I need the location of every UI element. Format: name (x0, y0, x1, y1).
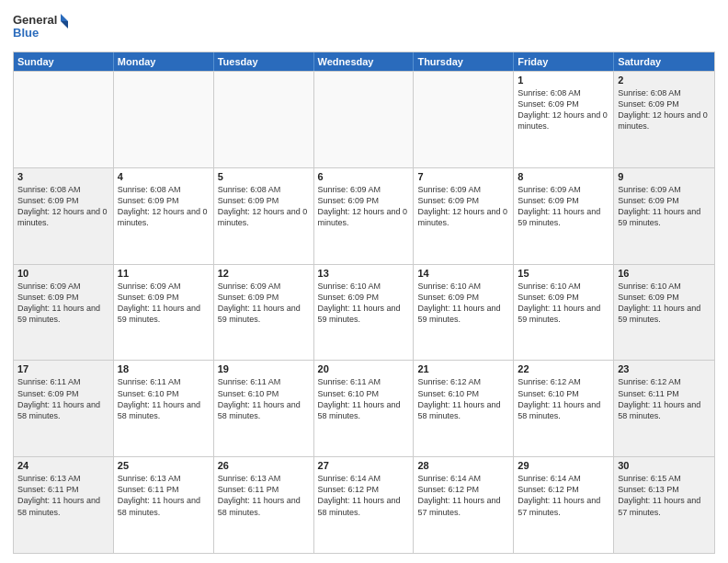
calendar-cell (214, 72, 314, 167)
calendar-header-day-monday: Monday (114, 52, 214, 71)
day-number: 20 (318, 363, 410, 374)
day-number: 16 (618, 268, 711, 279)
day-number: 15 (518, 268, 609, 279)
day-number: 2 (618, 75, 711, 86)
calendar-cell: 25Sunrise: 6:13 AMSunset: 6:11 PMDayligh… (114, 457, 214, 553)
day-number: 12 (218, 268, 310, 279)
svg-text:General: General (13, 13, 57, 27)
calendar-header-day-wednesday: Wednesday (314, 52, 415, 71)
day-number: 7 (417, 171, 509, 182)
cell-text: Daylight: 11 hours and 58 minutes. (318, 399, 410, 421)
day-number: 28 (417, 460, 509, 471)
cell-text: Daylight: 11 hours and 59 minutes. (17, 303, 109, 325)
cell-text: Sunset: 6:10 PM (417, 388, 509, 399)
calendar-cell: 14Sunrise: 6:10 AMSunset: 6:09 PMDayligh… (414, 265, 514, 361)
cell-text: Daylight: 11 hours and 57 minutes. (417, 495, 509, 517)
calendar-body: 1Sunrise: 6:08 AMSunset: 6:09 PMDaylight… (14, 71, 714, 553)
svg-marker-3 (61, 21, 68, 29)
cell-text: Sunset: 6:12 PM (518, 484, 609, 495)
calendar-cell (14, 72, 114, 167)
calendar-header-day-friday: Friday (514, 52, 614, 71)
day-number: 17 (17, 363, 109, 374)
cell-text: Daylight: 11 hours and 59 minutes. (318, 303, 410, 325)
cell-text: Sunset: 6:09 PM (417, 292, 509, 303)
cell-text: Sunset: 6:10 PM (318, 388, 410, 399)
cell-text: Sunrise: 6:14 AM (417, 473, 509, 484)
calendar-cell: 22Sunrise: 6:12 AMSunset: 6:10 PMDayligh… (514, 361, 614, 456)
cell-text: Sunset: 6:09 PM (218, 195, 310, 206)
cell-text: Sunrise: 6:10 AM (417, 281, 509, 292)
calendar-cell: 23Sunrise: 6:12 AMSunset: 6:11 PMDayligh… (614, 361, 714, 456)
cell-text: Sunset: 6:12 PM (417, 484, 509, 495)
calendar-cell: 3Sunrise: 6:08 AMSunset: 6:09 PMDaylight… (14, 168, 114, 264)
cell-text: Sunset: 6:09 PM (618, 98, 711, 109)
calendar-header-day-thursday: Thursday (414, 52, 514, 71)
calendar-cell: 27Sunrise: 6:14 AMSunset: 6:12 PMDayligh… (314, 457, 415, 553)
cell-text: Sunrise: 6:11 AM (218, 376, 310, 387)
calendar-cell (114, 72, 214, 167)
cell-text: Sunset: 6:11 PM (17, 484, 109, 495)
cell-text: Sunrise: 6:09 AM (618, 184, 711, 195)
cell-text: Daylight: 12 hours and 0 minutes. (218, 206, 310, 228)
day-number: 5 (218, 171, 310, 182)
day-number: 25 (118, 460, 210, 471)
calendar-cell: 2Sunrise: 6:08 AMSunset: 6:09 PMDaylight… (614, 72, 714, 167)
cell-text: Sunrise: 6:11 AM (318, 376, 410, 387)
calendar-cell: 10Sunrise: 6:09 AMSunset: 6:09 PMDayligh… (14, 265, 114, 361)
logo: General Blue (13, 9, 68, 44)
cell-text: Daylight: 12 hours and 0 minutes. (417, 206, 509, 228)
cell-text: Sunrise: 6:10 AM (618, 281, 711, 292)
day-number: 21 (417, 363, 509, 374)
calendar-cell: 13Sunrise: 6:10 AMSunset: 6:09 PMDayligh… (314, 265, 415, 361)
calendar-cell: 15Sunrise: 6:10 AMSunset: 6:09 PMDayligh… (514, 265, 614, 361)
calendar-row-3: 10Sunrise: 6:09 AMSunset: 6:09 PMDayligh… (14, 264, 714, 361)
cell-text: Sunrise: 6:15 AM (618, 473, 711, 484)
logo-svg: General Blue (13, 9, 68, 44)
cell-text: Sunrise: 6:10 AM (518, 281, 609, 292)
cell-text: Sunrise: 6:13 AM (17, 473, 109, 484)
calendar-cell: 7Sunrise: 6:09 AMSunset: 6:09 PMDaylight… (414, 168, 514, 264)
cell-text: Daylight: 11 hours and 59 minutes. (518, 206, 609, 228)
cell-text: Sunrise: 6:08 AM (218, 184, 310, 195)
cell-text: Sunset: 6:09 PM (17, 195, 109, 206)
calendar-cell: 17Sunrise: 6:11 AMSunset: 6:09 PMDayligh… (14, 361, 114, 456)
calendar-row-5: 24Sunrise: 6:13 AMSunset: 6:11 PMDayligh… (14, 456, 714, 553)
cell-text: Daylight: 11 hours and 58 minutes. (417, 399, 509, 421)
day-number: 4 (118, 171, 210, 182)
cell-text: Sunset: 6:09 PM (417, 195, 509, 206)
cell-text: Daylight: 11 hours and 59 minutes. (417, 303, 509, 325)
cell-text: Daylight: 11 hours and 59 minutes. (218, 303, 310, 325)
day-number: 24 (17, 460, 109, 471)
cell-text: Sunrise: 6:11 AM (118, 376, 210, 387)
day-number: 30 (618, 460, 711, 471)
cell-text: Sunset: 6:09 PM (318, 292, 410, 303)
page: General Blue SundayMondayTuesdayWednesda… (0, 0, 728, 563)
cell-text: Sunset: 6:10 PM (218, 388, 310, 399)
calendar-cell: 16Sunrise: 6:10 AMSunset: 6:09 PMDayligh… (614, 265, 714, 361)
cell-text: Sunrise: 6:08 AM (518, 87, 609, 98)
day-number: 29 (518, 460, 609, 471)
cell-text: Sunrise: 6:13 AM (218, 473, 310, 484)
calendar-cell: 8Sunrise: 6:09 AMSunset: 6:09 PMDaylight… (514, 168, 614, 264)
cell-text: Sunset: 6:09 PM (518, 292, 609, 303)
cell-text: Sunset: 6:10 PM (518, 388, 609, 399)
cell-text: Daylight: 11 hours and 58 minutes. (17, 495, 109, 517)
calendar-row-4: 17Sunrise: 6:11 AMSunset: 6:09 PMDayligh… (14, 360, 714, 456)
header: General Blue (13, 9, 715, 44)
cell-text: Daylight: 12 hours and 0 minutes. (318, 206, 410, 228)
cell-text: Sunrise: 6:13 AM (118, 473, 210, 484)
cell-text: Sunrise: 6:09 AM (318, 184, 410, 195)
cell-text: Daylight: 11 hours and 58 minutes. (318, 495, 410, 517)
day-number: 8 (518, 171, 609, 182)
cell-text: Sunrise: 6:09 AM (118, 281, 210, 292)
cell-text: Sunrise: 6:12 AM (618, 376, 711, 387)
cell-text: Sunrise: 6:12 AM (417, 376, 509, 387)
day-number: 26 (218, 460, 310, 471)
calendar-cell: 19Sunrise: 6:11 AMSunset: 6:10 PMDayligh… (214, 361, 314, 456)
cell-text: Daylight: 11 hours and 59 minutes. (618, 303, 711, 325)
cell-text: Sunrise: 6:09 AM (518, 184, 609, 195)
day-number: 18 (118, 363, 210, 374)
cell-text: Sunrise: 6:08 AM (118, 184, 210, 195)
cell-text: Sunrise: 6:12 AM (518, 376, 609, 387)
calendar-cell: 9Sunrise: 6:09 AMSunset: 6:09 PMDaylight… (614, 168, 714, 264)
